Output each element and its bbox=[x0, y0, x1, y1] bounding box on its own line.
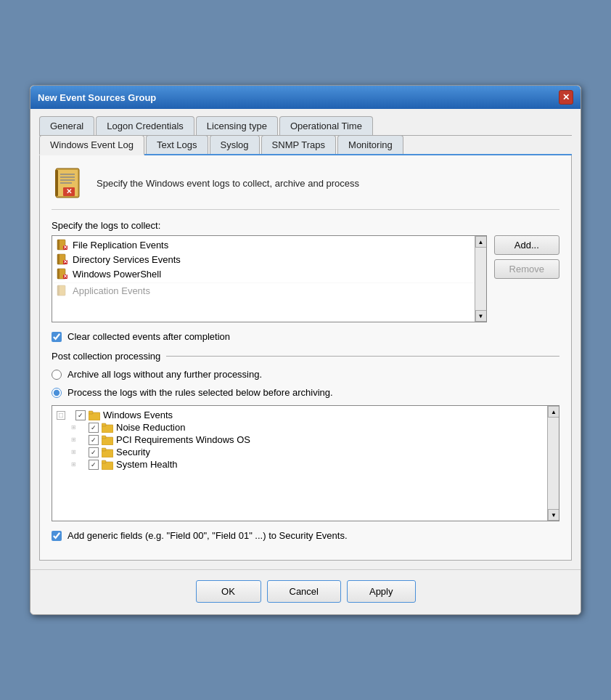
logs-listbox-row: ✕ File Replication Events ✕ Direct bbox=[52, 235, 559, 322]
list-item-label-0: File Replication Events bbox=[73, 240, 168, 251]
main-dialog: New Event Sources Group ✕ General Logon … bbox=[30, 85, 581, 615]
tree-check-root[interactable] bbox=[75, 410, 86, 420]
cancel-button[interactable]: Cancel bbox=[267, 580, 341, 603]
tree-folder-icon-2 bbox=[102, 435, 113, 445]
svg-rect-18 bbox=[57, 269, 60, 279]
tree-item-root: □ Windows Events bbox=[57, 409, 554, 421]
clear-checkbox-row: Clear collected events after completion bbox=[52, 331, 559, 342]
tree-label-root: Windows Events bbox=[103, 410, 173, 420]
generic-fields-checkbox-row: Add generic fields (e.g. "Field 00", "Fi… bbox=[52, 530, 559, 541]
tree-expand-root[interactable]: □ bbox=[57, 411, 65, 420]
radio-archive[interactable] bbox=[52, 370, 62, 380]
dialog-title: New Event Sources Group bbox=[38, 92, 156, 103]
svg-rect-30 bbox=[102, 448, 106, 451]
radio-archive-row: Archive all logs without any further pro… bbox=[52, 369, 559, 380]
list-item-icon-3 bbox=[57, 285, 68, 296]
listbox-scrollbar[interactable]: ▲ ▼ bbox=[475, 236, 486, 322]
tree-dots-3: ⊞ bbox=[71, 449, 81, 455]
panel-header: ✕ Specify the Windows event logs to coll… bbox=[52, 166, 559, 210]
radio-process[interactable] bbox=[52, 388, 62, 398]
clear-checkbox-label: Clear collected events after completion bbox=[67, 331, 230, 342]
list-item-icon-2: ✕ bbox=[57, 268, 68, 280]
list-buttons: Add... Remove bbox=[494, 235, 559, 322]
tab-syslog[interactable]: Syslog bbox=[210, 135, 260, 154]
svg-rect-10 bbox=[57, 240, 60, 250]
tree-dots-1: ⊞ bbox=[71, 424, 81, 431]
list-item-icon-1: ✕ bbox=[57, 253, 68, 265]
tab-snmp-traps[interactable]: SNMP Traps bbox=[261, 135, 336, 154]
post-collection-divider: Post collection processing bbox=[52, 351, 559, 362]
tree-label-3: Security bbox=[116, 447, 150, 457]
tree-item-1: ⊞ Noise Reduction bbox=[57, 421, 554, 434]
dialog-content: General Logon Credentials Licensing type… bbox=[30, 109, 581, 569]
tree-check-2[interactable] bbox=[89, 435, 99, 445]
add-button[interactable]: Add... bbox=[494, 235, 559, 255]
tree-scrollbar[interactable]: ▲ ▼ bbox=[547, 406, 559, 521]
radio-process-row: Process the logs with the rules selected… bbox=[52, 387, 559, 398]
tree-scroll-up-button[interactable]: ▲ bbox=[548, 406, 559, 418]
tree-scroll-track bbox=[548, 418, 559, 509]
svg-rect-24 bbox=[89, 411, 93, 414]
clear-checkbox[interactable] bbox=[52, 332, 62, 342]
tree-dots-2: ⊞ bbox=[71, 436, 81, 443]
svg-text:✕: ✕ bbox=[63, 259, 67, 264]
bottom-button-bar: OK Cancel Apply bbox=[30, 569, 581, 614]
svg-text:✕: ✕ bbox=[63, 245, 67, 250]
listbox-inner: ✕ File Replication Events ✕ Direct bbox=[52, 236, 486, 299]
logs-listbox[interactable]: ✕ File Replication Events ✕ Direct bbox=[52, 235, 487, 322]
bottom-tab-row: Windows Event Log Text Logs Syslog SNMP … bbox=[39, 135, 572, 155]
tree-label-2: PCI Requirements Windows OS bbox=[116, 434, 250, 445]
event-log-icon: ✕ bbox=[52, 166, 86, 200]
tab-windows-event-log[interactable]: Windows Event Log bbox=[39, 135, 144, 155]
top-tab-row: General Logon Credentials Licensing type… bbox=[39, 116, 572, 136]
tree-item-2: ⊞ PCI Requirements Windows OS bbox=[57, 434, 554, 446]
tree-folder-icon-3 bbox=[102, 447, 113, 457]
tree-check-3[interactable] bbox=[89, 447, 99, 457]
panel-header-description: Specify the Windows event logs to collec… bbox=[97, 178, 359, 189]
svg-rect-14 bbox=[57, 254, 60, 264]
list-item: ✕ Windows PowerShell bbox=[54, 266, 485, 281]
close-button[interactable]: ✕ bbox=[559, 90, 573, 105]
generic-fields-label: Add generic fields (e.g. "Field 00", "Fi… bbox=[67, 530, 348, 541]
tab-text-logs[interactable]: Text Logs bbox=[146, 135, 208, 154]
rules-treebox[interactable]: □ Windows Events ⊞ bbox=[52, 405, 559, 521]
apply-button[interactable]: Apply bbox=[347, 580, 416, 603]
tab-monitoring[interactable]: Monitoring bbox=[337, 135, 403, 154]
generic-fields-checkbox[interactable] bbox=[52, 531, 62, 541]
tree-dots-4: ⊞ bbox=[71, 461, 81, 468]
tree-check-4[interactable] bbox=[89, 460, 99, 470]
list-item: ✕ Directory Services Events bbox=[54, 252, 485, 266]
tree-check-1[interactable] bbox=[89, 423, 99, 433]
logs-section-label: Specify the logs to collect: bbox=[52, 220, 559, 231]
divider-line bbox=[166, 356, 559, 357]
tree-folder-icon-root bbox=[89, 410, 100, 420]
list-item-label-1: Directory Services Events bbox=[73, 254, 181, 265]
svg-rect-26 bbox=[102, 423, 106, 426]
scroll-down-button[interactable]: ▼ bbox=[475, 310, 487, 322]
scroll-up-button[interactable]: ▲ bbox=[475, 236, 487, 248]
main-panel: ✕ Specify the Windows event logs to coll… bbox=[39, 155, 572, 561]
list-item: ✕ File Replication Events bbox=[54, 237, 485, 252]
remove-button[interactable]: Remove bbox=[494, 259, 559, 279]
svg-rect-8 bbox=[55, 170, 58, 196]
list-item-label-3: Application Events bbox=[73, 285, 150, 296]
tab-operational-time[interactable]: Operational Time bbox=[279, 116, 373, 135]
svg-text:✕: ✕ bbox=[63, 274, 67, 279]
ok-button[interactable]: OK bbox=[196, 580, 261, 603]
list-item: Application Events bbox=[54, 282, 485, 298]
radio-process-label: Process the logs with the rules selected… bbox=[67, 387, 333, 398]
tab-licensing-type[interactable]: Licensing type bbox=[196, 116, 278, 135]
tree-label-4: System Health bbox=[116, 459, 178, 470]
tree-folder-icon-4 bbox=[102, 460, 113, 470]
title-bar: New Event Sources Group ✕ bbox=[30, 86, 581, 109]
tree-inner: □ Windows Events ⊞ bbox=[52, 406, 559, 473]
svg-rect-28 bbox=[102, 436, 106, 439]
svg-rect-32 bbox=[102, 460, 106, 463]
tree-scroll-down-button[interactable]: ▼ bbox=[548, 509, 559, 521]
tree-label-1: Noise Reduction bbox=[116, 422, 185, 433]
post-collection-label: Post collection processing bbox=[52, 351, 160, 362]
tree-item-4: ⊞ System Health bbox=[57, 458, 554, 471]
list-item-label-2: Windows PowerShell bbox=[73, 269, 161, 280]
tab-general[interactable]: General bbox=[39, 116, 94, 135]
tab-logon-credentials[interactable]: Logon Credentials bbox=[96, 116, 194, 135]
